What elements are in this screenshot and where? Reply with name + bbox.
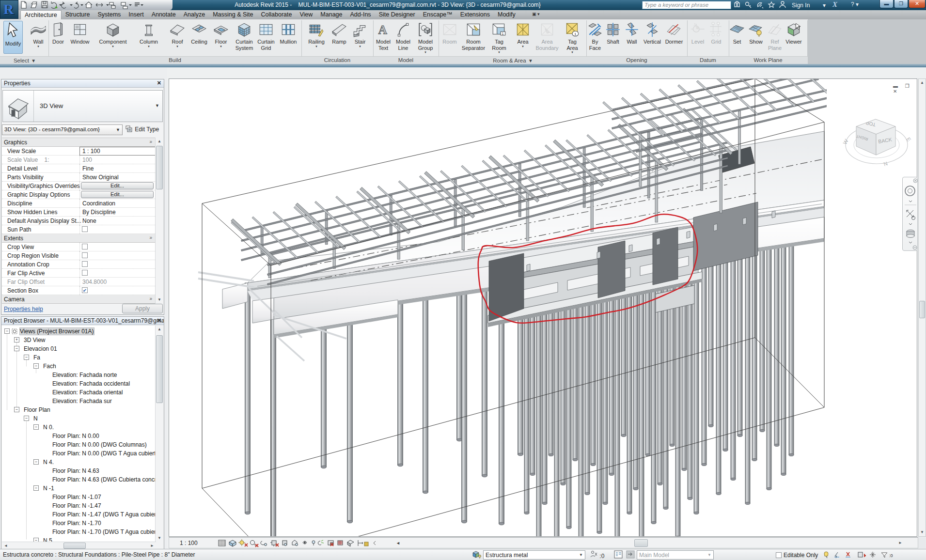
svg-text:1: 1 bbox=[502, 32, 504, 35]
svg-text:W: W bbox=[842, 138, 849, 145]
svg-text:1: 1 bbox=[574, 32, 576, 36]
svg-text:N: N bbox=[883, 160, 888, 167]
svg-text:.1: .1 bbox=[693, 23, 696, 26]
svg-text:A: A bbox=[378, 23, 387, 37]
svg-text::0: :0 bbox=[889, 553, 893, 558]
svg-text:E: E bbox=[905, 136, 912, 142]
